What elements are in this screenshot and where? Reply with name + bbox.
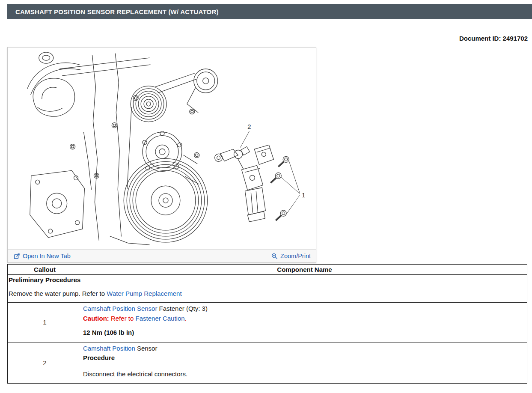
component-name-line: Camshaft Position Sensor bbox=[83, 344, 523, 354]
callout-number: 1 bbox=[8, 303, 82, 342]
open-in-new-tab-label: Open In New Tab bbox=[23, 253, 71, 259]
procedure-label: Procedure bbox=[83, 353, 523, 363]
page-title: CAMSHAFT POSITION SENSOR REPLACEMENT (W/… bbox=[15, 8, 219, 15]
zoom-print-link[interactable]: Zoom/Print bbox=[271, 253, 311, 259]
caution-text: Refer to bbox=[109, 315, 136, 322]
image-panel: 2 1 Open In New Tab Zoom/Print bbox=[7, 47, 316, 263]
component-name-line: Camshaft Position Sensor Fastener (Qty: … bbox=[83, 304, 523, 314]
table-row-callout-1: 1 Camshaft Position Sensor Fastener (Qty… bbox=[8, 303, 527, 342]
engine-diagram-container: 2 1 bbox=[8, 48, 316, 249]
component-name-column-header: Component Name bbox=[82, 265, 527, 275]
table-row-callout-2: 2 Camshaft Position Sensor Procedure Dis… bbox=[8, 342, 527, 384]
open-in-new-tab-link[interactable]: Open In New Tab bbox=[14, 253, 71, 259]
caution-label: Caution: bbox=[83, 315, 109, 322]
preliminary-procedures-title: Preliminary Procedures bbox=[9, 276, 523, 283]
component-name-rest: Fastener (Qty: 3) bbox=[157, 305, 208, 312]
procedure-text: Disconnect the electrical connectors. bbox=[83, 369, 523, 379]
table-header-row: Callout Component Name bbox=[8, 265, 527, 275]
fastener-caution-link[interactable]: Fastener Caution bbox=[136, 315, 185, 322]
open-in-new-tab-icon bbox=[14, 253, 20, 259]
camshaft-position-sensor-link[interactable]: Camshaft Position Sensor bbox=[83, 305, 157, 312]
caution-line: Caution: Refer to Fastener Caution. bbox=[83, 314, 523, 324]
zoom-icon bbox=[271, 253, 278, 259]
component-name-rest: Sensor bbox=[135, 345, 158, 352]
document-id: Document ID: 2491702 bbox=[0, 35, 528, 42]
zoom-print-label: Zoom/Print bbox=[280, 253, 311, 259]
preliminary-procedures-text: Remove the water pump. Refer to Water Pu… bbox=[9, 290, 523, 297]
preliminary-text: Remove the water pump. Refer to bbox=[9, 290, 107, 297]
title-bar: CAMSHAFT POSITION SENSOR REPLACEMENT (W/… bbox=[7, 4, 532, 19]
torque-spec: 12 Nm (106 lb in) bbox=[83, 328, 523, 338]
engine-diagram: 2 1 bbox=[8, 48, 316, 249]
callout-column-header: Callout bbox=[8, 265, 82, 275]
callout-label-1: 1 bbox=[302, 191, 305, 199]
caution-period: . bbox=[185, 315, 187, 322]
component-table: Callout Component Name Preliminary Proce… bbox=[7, 264, 527, 384]
callout-label-2: 2 bbox=[247, 123, 251, 130]
callout-number: 2 bbox=[8, 342, 82, 384]
water-pump-replacement-link[interactable]: Water Pump Replacement bbox=[107, 290, 181, 297]
image-footer: Open In New Tab Zoom/Print bbox=[8, 249, 316, 262]
camshaft-position-link[interactable]: Camshaft Position bbox=[83, 345, 135, 352]
preliminary-procedures-row: Preliminary Procedures Remove the water … bbox=[8, 275, 527, 303]
